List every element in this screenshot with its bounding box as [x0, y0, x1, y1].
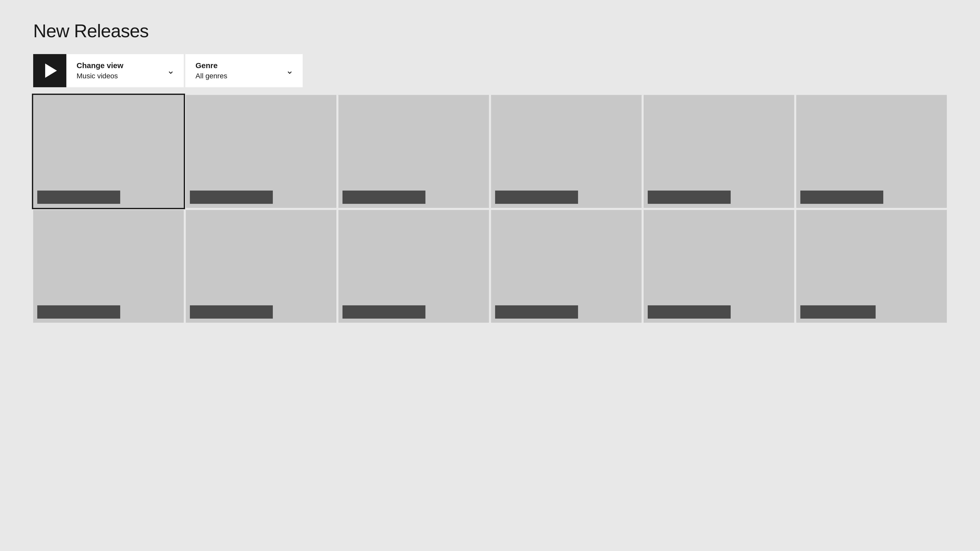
genre-value: All genres: [196, 72, 293, 80]
grid-item-11-label: [648, 305, 731, 319]
grid-item-3-label: [342, 191, 425, 204]
grid-item-9[interactable]: [339, 210, 489, 323]
content-grid: [33, 95, 947, 323]
change-view-dropdown[interactable]: Change view Music videos ⌄: [66, 54, 184, 87]
change-view-label: Change view: [76, 61, 173, 70]
grid-item-7-label: [37, 305, 120, 319]
grid-item-8[interactable]: [186, 210, 336, 323]
grid-item-4-label: [495, 191, 578, 204]
grid-item-7[interactable]: [33, 210, 184, 323]
play-button[interactable]: [33, 54, 66, 87]
genre-chevron-icon: ⌄: [286, 65, 293, 76]
grid-item-2-label: [190, 191, 273, 204]
grid-item-5-label: [648, 191, 731, 204]
grid-item-5[interactable]: [644, 95, 794, 208]
genre-dropdown[interactable]: Genre All genres ⌄: [185, 54, 303, 87]
grid-item-6[interactable]: [796, 95, 947, 208]
grid-item-10[interactable]: [491, 210, 641, 323]
grid-item-12[interactable]: [796, 210, 947, 323]
grid-item-1[interactable]: [33, 95, 184, 208]
grid-item-11[interactable]: [644, 210, 794, 323]
page-container: New Releases Change view Music videos ⌄ …: [0, 0, 980, 343]
change-view-chevron-icon: ⌄: [167, 65, 175, 76]
toolbar: Change view Music videos ⌄ Genre All gen…: [33, 54, 947, 87]
grid-item-2[interactable]: [186, 95, 336, 208]
grid-item-4[interactable]: [491, 95, 641, 208]
grid-item-8-label: [190, 305, 273, 319]
grid-item-3[interactable]: [339, 95, 489, 208]
grid-item-1-label: [37, 191, 120, 204]
grid-item-10-label: [495, 305, 578, 319]
change-view-value: Music videos: [76, 72, 173, 80]
genre-label: Genre: [196, 61, 293, 70]
play-icon: [45, 64, 57, 78]
grid-item-6-label: [800, 191, 883, 204]
grid-item-9-label: [342, 305, 425, 319]
page-title: New Releases: [33, 21, 947, 41]
grid-item-12-label: [800, 305, 876, 319]
